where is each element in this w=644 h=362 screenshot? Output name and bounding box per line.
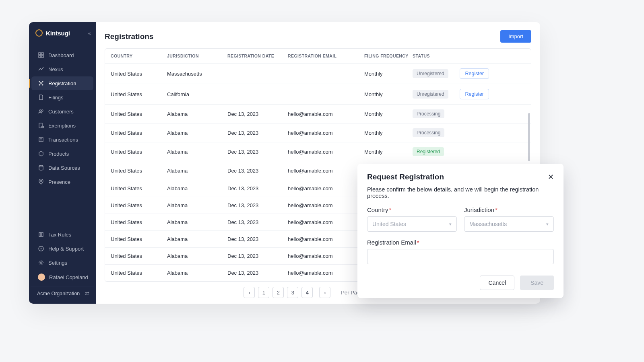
- svg-rect-3: [41, 56, 43, 58]
- sidebar-item-transactions[interactable]: Transactions: [31, 133, 93, 146]
- sidebar-item-settings[interactable]: Settings: [31, 256, 93, 269]
- cell-date: Dec 13, 2023: [227, 168, 288, 174]
- modal-title: Request Registration: [367, 173, 444, 181]
- sidebar-item-label: Products: [48, 151, 69, 157]
- table-row[interactable]: United StatesAlabamaDec 13, 2023hello@am…: [105, 142, 531, 161]
- import-button[interactable]: Import: [500, 30, 531, 43]
- pagination-page[interactable]: 4: [301, 287, 313, 298]
- pagination-page[interactable]: 2: [272, 287, 284, 298]
- svg-rect-2: [39, 56, 41, 58]
- sidebar-item-exemptions[interactable]: Exemptions: [31, 119, 93, 132]
- modal-description: Please confirm the below details, and we…: [367, 186, 554, 199]
- cell-country: United States: [111, 149, 167, 155]
- field-country: Country* United States ▾: [367, 206, 457, 232]
- org-switcher[interactable]: Acme Organization ⇄: [31, 286, 94, 301]
- cell-status: Processing: [413, 128, 457, 137]
- register-button[interactable]: Register: [460, 68, 489, 79]
- cell-jurisdiction: Alabama: [167, 236, 227, 242]
- sidebar-item-label: Nexus: [48, 66, 63, 72]
- table-row[interactable]: United StatesAlabamaDec 13, 2023hello@am…: [105, 104, 531, 123]
- registration-email-input[interactable]: [367, 249, 554, 264]
- cell-status: Processing: [413, 109, 457, 118]
- cell-date: Dec 13, 2023: [227, 219, 288, 225]
- sidebar-item-label: Tax Rules: [48, 232, 71, 238]
- cell-country: United States: [111, 253, 167, 259]
- cell-jurisdiction: Alabama: [167, 185, 227, 191]
- pagination-page[interactable]: 1: [258, 287, 269, 298]
- cell-country: United States: [111, 91, 167, 97]
- cell-frequency: Monthly: [364, 71, 413, 77]
- register-button[interactable]: Register: [460, 89, 489, 99]
- country-value: United States: [372, 221, 406, 227]
- scrollbar-thumb[interactable]: [528, 113, 530, 161]
- cell-date: Dec 13, 2023: [227, 111, 288, 117]
- filings-icon: [38, 94, 44, 101]
- sidebar-item-label: Presence: [48, 179, 70, 185]
- country-label: Country*: [367, 206, 457, 213]
- sidebar-user[interactable]: Rafael Copeland: [31, 270, 93, 284]
- close-icon[interactable]: ✕: [548, 173, 554, 181]
- country-select[interactable]: United States ▾: [367, 216, 457, 232]
- required-mark: *: [389, 206, 392, 213]
- sidebar-item-help[interactable]: ? Help & Support: [31, 242, 93, 255]
- table-row[interactable]: United StatesAlabamaDec 13, 2023hello@am…: [105, 123, 531, 142]
- required-mark: *: [417, 239, 419, 246]
- cell-email: hello@amable.com: [288, 111, 364, 117]
- cancel-button[interactable]: Cancel: [480, 276, 514, 290]
- save-button[interactable]: Save: [520, 276, 554, 290]
- sidebar-item-label: Exemptions: [48, 123, 76, 129]
- cell-jurisdiction: Alabama: [167, 111, 227, 117]
- cell-email: hello@amable.com: [288, 130, 364, 136]
- svg-point-15: [39, 165, 43, 167]
- email-label: Registration Email*: [367, 239, 554, 246]
- cell-country: United States: [111, 168, 167, 174]
- collapse-sidebar-icon[interactable]: «: [88, 30, 91, 36]
- sidebar-item-data-sources[interactable]: Data Sources: [31, 161, 93, 175]
- cell-date: Dec 13, 2023: [227, 149, 288, 155]
- cell-jurisdiction: Alabama: [167, 130, 227, 136]
- cell-country: United States: [111, 202, 167, 208]
- presence-icon: [38, 179, 44, 185]
- cell-frequency: Monthly: [364, 111, 413, 117]
- cell-jurisdiction: Alabama: [167, 202, 227, 208]
- sidebar-item-dashboard[interactable]: Dashboard: [31, 48, 93, 62]
- table-row[interactable]: United StatesMassachusettsMonthlyUnregis…: [105, 63, 531, 84]
- sidebar-item-label: Data Sources: [48, 165, 80, 171]
- book-icon: [38, 231, 44, 238]
- table-row[interactable]: United StatesCaliforniaMonthlyUnregister…: [105, 84, 531, 104]
- pagination-prev[interactable]: ‹: [244, 287, 255, 298]
- pagination-next[interactable]: ›: [319, 287, 330, 298]
- avatar: [38, 274, 45, 281]
- chevron-left-icon: ‹: [248, 290, 250, 296]
- sidebar-item-filings[interactable]: Filings: [31, 90, 93, 104]
- cell-country: United States: [111, 270, 167, 276]
- col-action: [457, 53, 489, 58]
- chevron-right-icon: ›: [324, 290, 326, 296]
- cell-date: Dec 13, 2023: [227, 130, 288, 136]
- sidebar-item-tax-rules[interactable]: Tax Rules: [31, 228, 93, 241]
- cell-status: Unregistered: [413, 90, 457, 99]
- cell-email: hello@amable.com: [288, 236, 364, 242]
- cell-frequency: Monthly: [364, 91, 413, 97]
- pagination-page[interactable]: 3: [287, 287, 298, 298]
- cell-status: Registered: [413, 147, 457, 156]
- col-filing-frequency: Filing Frequency: [364, 53, 413, 58]
- sidebar-item-products[interactable]: Products: [31, 147, 93, 160]
- cell-status: Unregistered: [413, 69, 457, 78]
- gear-icon: [38, 259, 44, 266]
- modal-header: Request Registration ✕: [367, 173, 554, 181]
- cell-country: United States: [111, 111, 167, 117]
- jurisdiction-select[interactable]: Massachusetts ▾: [464, 216, 554, 232]
- status-badge: Unregistered: [413, 90, 448, 99]
- sidebar-item-customers[interactable]: Customers: [31, 105, 93, 118]
- page-title: Registrations: [105, 32, 153, 41]
- svg-text:?: ?: [40, 247, 42, 251]
- col-registration-email: Registration Email: [288, 53, 364, 58]
- sidebar-item-registration[interactable]: Registration: [31, 76, 93, 90]
- sidebar-item-presence[interactable]: Presence: [31, 175, 93, 189]
- cell-country: United States: [111, 71, 167, 77]
- sidebar-item-nexus[interactable]: Nexus: [31, 62, 93, 76]
- request-registration-modal: Request Registration ✕ Please confirm th…: [357, 164, 564, 298]
- status-badge: Processing: [413, 109, 444, 118]
- cell-frequency: Monthly: [364, 130, 413, 136]
